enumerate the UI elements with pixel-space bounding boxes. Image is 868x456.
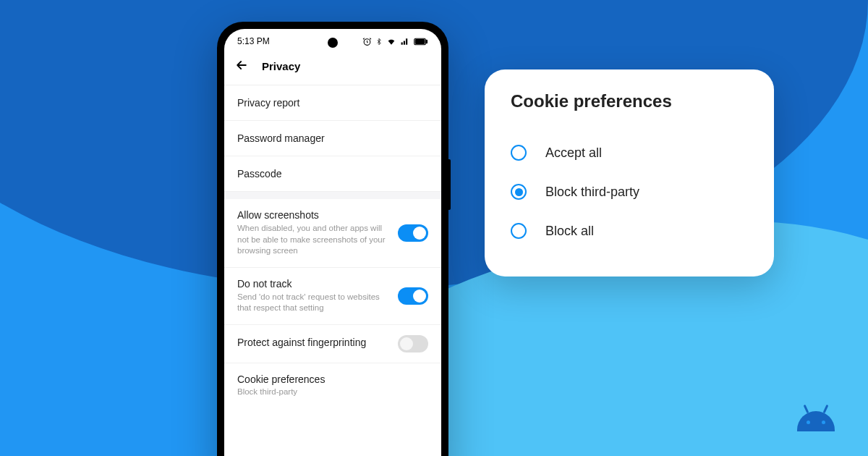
nav-item-passcode[interactable]: Passcode <box>224 156 441 192</box>
phone-screen: 5:13 PM Privacy Privacy report Password … <box>224 29 441 456</box>
radio-option-block-all[interactable]: Block all <box>511 211 748 250</box>
setting-title: Allow screenshots <box>237 209 389 221</box>
setting-cookie-preferences[interactable]: Cookie preferences Block third-party <box>224 363 441 406</box>
bluetooth-icon <box>375 37 383 46</box>
radio-icon <box>511 145 527 161</box>
svg-rect-3 <box>415 39 425 43</box>
setting-title: Protect against fingerprinting <box>237 337 389 348</box>
nav-item-privacy-report[interactable]: Privacy report <box>224 85 441 121</box>
status-time: 5:13 PM <box>237 36 270 46</box>
setting-allow-screenshots[interactable]: Allow screenshots When disabled, you and… <box>224 199 441 268</box>
alarm-icon <box>362 37 372 46</box>
phone-frame: 5:13 PM Privacy Privacy report Password … <box>217 22 448 456</box>
popup-title: Cookie preferences <box>511 91 748 111</box>
section-gap <box>224 192 441 199</box>
camera-cutout <box>328 38 338 48</box>
setting-value: Block third-party <box>237 387 428 396</box>
setting-desc: When disabled, you and other apps will n… <box>237 223 389 257</box>
toggle-do-not-track[interactable] <box>398 287 428 305</box>
radio-option-block-third-party[interactable]: Block third-party <box>511 172 748 211</box>
setting-desc: Send 'do not track' request to websites … <box>237 292 389 314</box>
radio-label: Block third-party <box>545 185 639 200</box>
nav-item-password-manager[interactable]: Password manager <box>224 121 441 156</box>
android-logo-icon <box>797 411 835 437</box>
setting-title: Do not track <box>237 278 389 290</box>
battery-icon <box>414 37 428 46</box>
svg-rect-2 <box>426 40 427 43</box>
cookie-preferences-popup: Cookie preferences Accept all Block thir… <box>485 69 774 276</box>
wifi-icon <box>386 37 396 46</box>
radio-icon <box>511 223 527 239</box>
toggle-allow-screenshots[interactable] <box>398 224 428 242</box>
back-button[interactable] <box>234 58 249 75</box>
toggle-fingerprinting[interactable] <box>398 335 428 352</box>
radio-label: Block all <box>545 224 594 239</box>
radio-option-accept-all[interactable]: Accept all <box>511 133 748 172</box>
phone-power-button <box>448 159 451 210</box>
signal-icon <box>400 37 410 46</box>
screen-header: Privacy <box>224 51 441 85</box>
radio-label: Accept all <box>545 145 602 161</box>
setting-fingerprinting[interactable]: Protect against fingerprinting <box>224 325 441 363</box>
setting-do-not-track[interactable]: Do not track Send 'do not track' request… <box>224 268 441 325</box>
status-icons <box>362 37 428 46</box>
radio-icon <box>511 184 527 200</box>
setting-title: Cookie preferences <box>237 373 428 385</box>
screen-title: Privacy <box>262 60 300 72</box>
